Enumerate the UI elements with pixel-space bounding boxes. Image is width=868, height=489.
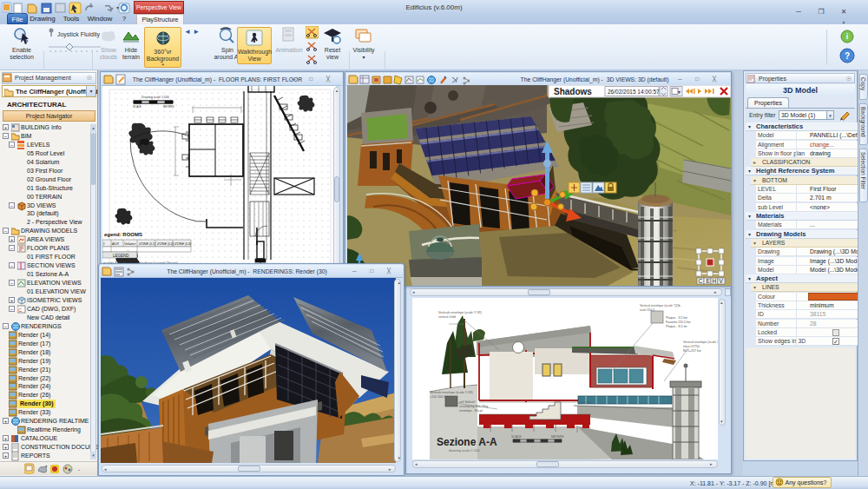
- svg-text:Plaque - 8.5 mt: Plaque - 8.5 mt: [666, 325, 687, 328]
- svg-text:Drawing scale 1:100: Drawing scale 1:100: [141, 96, 169, 99]
- svg-text:E: E: [707, 278, 711, 284]
- svg-text:ntico LV750: ntico LV750: [683, 345, 700, 348]
- svg-text:C: C: [699, 278, 703, 284]
- svg-text:enveloping 156.25kg: enveloping 156.25kg: [459, 405, 488, 408]
- svg-text:SCALE: SCALE: [511, 435, 522, 439]
- svg-text:Plaque - 3.5 kw: Plaque - 3.5 kw: [666, 316, 687, 320]
- svg-text:i: i: [846, 32, 849, 41]
- svg-text:Verticals envelope (scale Y:1R: Verticals envelope (scale Y:1R): [438, 311, 482, 314]
- svg-text:f.: f.: [103, 241, 105, 246]
- svg-text:...: ...: [127, 248, 129, 252]
- svg-text:-: -: [78, 466, 81, 472]
- svg-text:Verticals envelope (scale Y:1R: Verticals envelope (scale Y:1R): [430, 391, 473, 394]
- svg-text:vertical child: vertical child: [438, 315, 456, 319]
- svg-text:▾: ▾: [678, 89, 681, 95]
- svg-text:METERS: METERS: [163, 105, 174, 109]
- svg-text:METERS: METERS: [551, 435, 564, 439]
- svg-text:Favorite 155.5 kw: Favorite 155.5 kw: [666, 320, 691, 324]
- svg-text:H: H: [713, 278, 717, 284]
- svg-text:Sezione A-A: Sezione A-A: [437, 436, 497, 448]
- svg-text:ZONE (L2): ZONE (L2): [156, 241, 174, 246]
- svg-text:C: C: [18, 307, 23, 313]
- svg-text:+150 200.2: +150 200.2: [430, 395, 445, 399]
- svg-text:egend: ROOMS: egend: ROOMS: [104, 232, 142, 237]
- svg-text:ALR: ALR: [111, 241, 119, 246]
- svg-text:Volume: Volume: [124, 241, 136, 246]
- svg-text:Vertical envelope (scale *(2)b: Vertical envelope (scale *(2)b: [640, 304, 681, 307]
- svg-text:26/02/2015 14:00:57: 26/02/2015 14:00:57: [608, 89, 660, 95]
- svg-text:envelope - 80+pt: envelope - 80+pt: [459, 409, 483, 413]
- svg-text:Shadows: Shadows: [554, 87, 592, 96]
- svg-text:80.5+257 kw: 80.5+257 kw: [683, 349, 701, 353]
- svg-text:SCALE: SCALE: [133, 105, 141, 109]
- svg-text:Vertical envelope (scale 3:2): Vertical envelope (scale 3:2): [683, 340, 718, 344]
- svg-text:LEGEND: LEGEND: [113, 254, 129, 258]
- svg-text:?: ?: [845, 51, 850, 61]
- svg-text:ZONE (L1): ZONE (L1): [138, 241, 156, 246]
- svg-text:ZONE (L3): ZONE (L3): [174, 241, 192, 246]
- svg-text:drawing scale 1:100: drawing scale 1:100: [449, 448, 480, 453]
- svg-text:sell Softsell: sell Softsell: [459, 400, 475, 404]
- svg-text:V: V: [720, 278, 724, 284]
- svg-text:scali 150.5: scali 150.5: [640, 308, 654, 312]
